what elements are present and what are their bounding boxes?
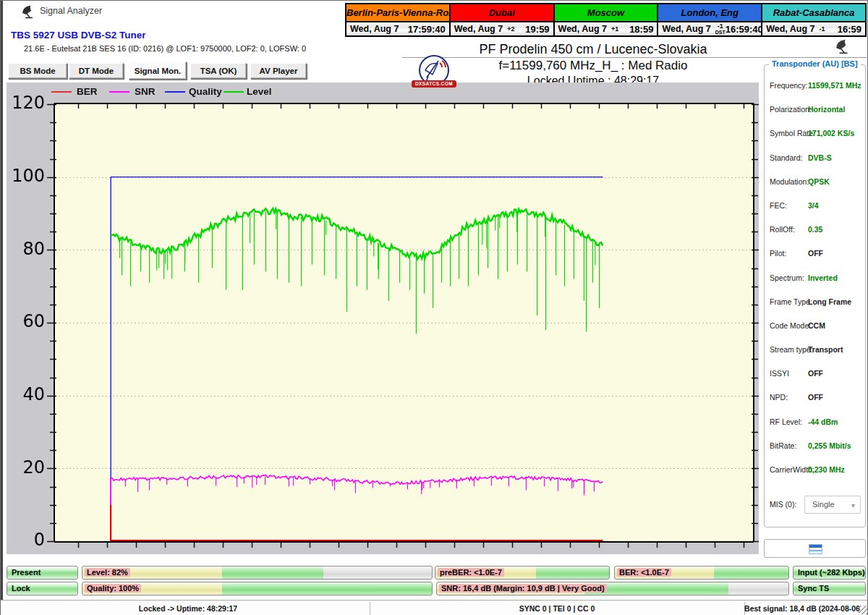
- transponder-row-value: Inverted: [808, 273, 838, 282]
- mis-label: MIS (0):: [770, 500, 796, 509]
- tab-av-player[interactable]: AV Player: [250, 63, 307, 79]
- transponder-row-label: RF Level:: [770, 417, 802, 426]
- transponder-row-label: Polarization:: [770, 105, 812, 114]
- legend-snr-line: [109, 91, 129, 93]
- legend-snr-label: SNR: [135, 86, 156, 97]
- transponder-row-label: FEC:: [770, 201, 787, 210]
- chevron-down-icon: ▾: [851, 497, 855, 514]
- transponder-row: Code Mode:CCM: [765, 321, 865, 331]
- mis-dropdown[interactable]: Single ▾: [804, 496, 861, 514]
- clock-date: Wed, Aug 7: [454, 24, 503, 34]
- tab-tsa[interactable]: TSA (OK): [190, 63, 247, 79]
- transponder-row: BitRate:0,255 Mbit/s: [765, 441, 865, 451]
- transponder-row: RollOff:0.35: [765, 225, 865, 235]
- legend-level-line: [224, 91, 244, 93]
- legend-level-label: Level: [247, 86, 272, 97]
- clock-rabat: Rabat-Casablanca Wed, Aug 7 -1 16:59: [761, 4, 865, 35]
- satellite-dish-icon: [21, 4, 37, 19]
- signal-chart: [7, 82, 759, 554]
- transponder-row: Spectrum:Inverted: [765, 273, 865, 284]
- transponder-row-label: ISSYI: [770, 369, 789, 378]
- transponder-panel-title: Transponder (AU) [BS]: [769, 59, 861, 68]
- transponder-row-label: Frame Type:: [770, 297, 812, 306]
- transponder-rows: Frequency:11599,571 MHzPolarization:Hori…: [765, 81, 865, 475]
- ber-meter: BER: <1.0E-7: [614, 566, 789, 580]
- transponder-row-value: OFF: [808, 249, 823, 258]
- legend-quality-line: [165, 91, 185, 93]
- transponder-row: NPD:OFF: [765, 393, 865, 403]
- preber-meter: preBER: <1.0E-7: [435, 566, 610, 580]
- transponder-row: ISSYIOFF: [765, 369, 865, 379]
- transponder-row-value: 3/4: [808, 201, 819, 210]
- transponder-row-value: 0.35: [808, 225, 822, 234]
- snr-meter: SNR: 16,4 dB (Margin: 10,9 dB | Very Goo…: [436, 582, 789, 595]
- world-clocks: Berlin-Paris-Vienna-Roma Wed, Aug 7 17:5…: [345, 3, 867, 37]
- clock-berlin: Berlin-Paris-Vienna-Roma Wed, Aug 7 17:5…: [346, 4, 449, 35]
- mis-row: MIS (0): Single ▾: [765, 496, 865, 514]
- transponder-row-label: Code Mode:: [770, 321, 811, 330]
- tab-dt-mode[interactable]: DT Mode: [69, 63, 124, 79]
- transponder-row-label: Spectrum:: [770, 273, 804, 282]
- transponder-row-label: Modulation:: [770, 177, 809, 186]
- clock-city-label: Rabat-Casablanca: [762, 4, 865, 22]
- transponder-row-value: 11599,571 MHz: [808, 81, 861, 90]
- legend-ber-line: [51, 91, 72, 93]
- transponder-row: FEC:3/4: [765, 201, 865, 211]
- status-sync-tei-cc: SYNC 0 | TEI 0 | CC 0: [370, 601, 744, 615]
- transponder-row: Stream type:Transport: [765, 345, 865, 355]
- transponder-panel: Transponder (AU) [BS] Frequency:11599,57…: [764, 64, 866, 527]
- satellite-dish-mini-icon: [834, 38, 853, 54]
- clock-time: 19:59: [525, 24, 549, 35]
- transponder-row-label: NPD:: [770, 393, 788, 402]
- transponder-row-value: 171,002 KS/s: [808, 129, 854, 137]
- resize-grip[interactable]: [859, 606, 867, 614]
- transponder-row: Frequency:11599,571 MHz: [765, 81, 865, 91]
- tab-bs-mode[interactable]: BS Mode: [8, 63, 67, 79]
- transponder-row-value: Horizontal: [808, 105, 845, 114]
- clock-time: 18:59: [629, 24, 653, 35]
- header-divider: [402, 57, 867, 58]
- transponder-row: Symbol Rate:171,002 KS/s: [765, 129, 865, 139]
- transponder-row-value: CCM: [808, 321, 825, 330]
- transponder-row-value: 0,255 Mbit/s: [808, 441, 851, 450]
- present-indicator: Present: [7, 566, 78, 580]
- clock-city-label: Dubai: [451, 4, 553, 22]
- transponder-row-value: -44 dBm: [808, 417, 838, 426]
- clock-date: Wed, Aug 7: [662, 24, 710, 34]
- clock-city-label: Berlin-Paris-Vienna-Roma: [346, 4, 449, 22]
- tuner-subtitle: 21.6E - Eutelsat 21B SES 16 (ID: 0216) @…: [24, 44, 306, 53]
- transponder-row: Pilot:OFF: [765, 249, 865, 259]
- transponder-row-value: Long Frame: [808, 297, 851, 306]
- sync-ts-indicator: Sync TS: [793, 582, 866, 595]
- transponder-row-value: OFF: [808, 369, 823, 378]
- transponder-row-value: 0,230 MHz: [808, 465, 845, 474]
- transponder-row-value: DVB-S: [808, 153, 832, 162]
- transponder-row-label: BitRate:: [770, 441, 796, 450]
- transponder-row: CarrierWidth:0,230 MHz: [765, 465, 865, 475]
- transponder-row-value: Transport: [808, 345, 843, 354]
- level-meter: Level: 82%: [82, 566, 433, 580]
- transponder-row-label: RollOff:: [770, 225, 795, 234]
- status-locked-uptime: Locked -> Uptime: 48:29:17: [7, 601, 370, 615]
- dxsatcs-logo-text: DXSATCS.COM: [412, 80, 456, 88]
- clock-dubai: Dubai Wed, Aug 7 +2 19:59: [449, 4, 553, 35]
- transponder-row-label: Frequency:: [770, 81, 808, 90]
- clock-date: Wed, Aug 7: [766, 24, 814, 34]
- tuner-title: TBS 5927 USB DVB-S2 Tuner: [11, 30, 146, 41]
- clock-city-label: London, Eng: [658, 4, 761, 22]
- clock-time: 16:59:40: [726, 24, 763, 35]
- transponder-row-label: Stream type:: [770, 345, 813, 354]
- clock-london: London, Eng Wed, Aug 7 -1DST 16:59:40: [657, 4, 761, 35]
- window-left-edge: [1, 1, 3, 615]
- transponder-row-value: QPSK: [808, 177, 830, 186]
- clock-time: 17:59:40: [408, 24, 446, 35]
- status-bar: Locked -> Uptime: 48:29:17 SYNC 0 | TEI …: [1, 600, 867, 615]
- snapshot-button[interactable]: [764, 539, 866, 558]
- status-best-signal: Best signal: 18,4 dB (2024-08-06 07:23): [744, 601, 860, 615]
- transponder-row: Frame Type:Long Frame: [765, 297, 865, 308]
- transponder-row-value: OFF: [808, 393, 823, 402]
- lock-indicator: Lock: [7, 582, 78, 595]
- transponder-row: Standard:DVB-S: [765, 153, 865, 164]
- tab-signal-mon[interactable]: Signal Mon.: [129, 62, 187, 80]
- transponder-row: RF Level:-44 dBm: [765, 417, 865, 428]
